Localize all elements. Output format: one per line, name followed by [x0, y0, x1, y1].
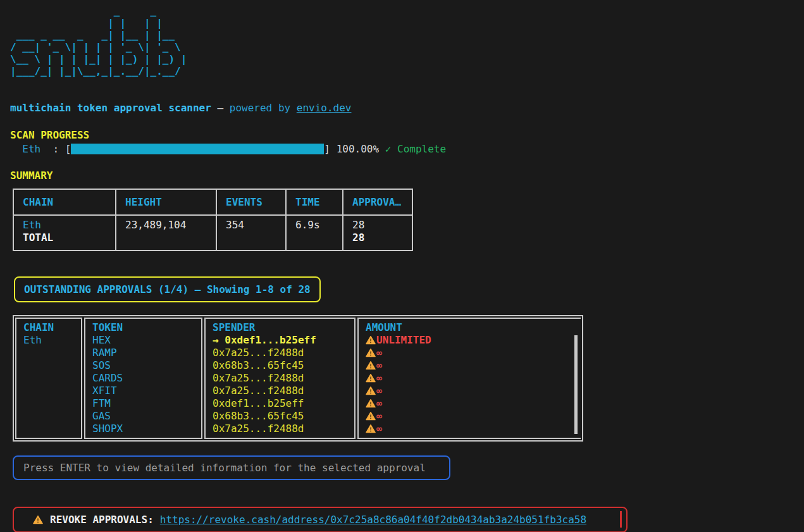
amount-cell[interactable]: ∞: [366, 410, 574, 423]
token-cell[interactable]: GAS: [92, 410, 194, 423]
warning-triangle-icon: [366, 348, 376, 357]
warning-triangle-icon: [366, 399, 376, 408]
tagline: multichain token approval scanner — powe…: [10, 102, 804, 114]
summary-time-value: 6.9s: [295, 219, 333, 232]
amount-cell-selected[interactable]: UNLIMITED: [366, 334, 574, 347]
warning-triangle-icon: [366, 424, 376, 433]
progress-bracket-open: [: [65, 143, 71, 155]
revoke-cash-link[interactable]: https://revoke.cash/address/0x7c25a8c86a…: [160, 514, 586, 526]
column-header-chain: CHAIN: [23, 321, 74, 334]
progress-chain-label: Eth: [22, 143, 40, 155]
token-cell[interactable]: SOS: [92, 359, 194, 372]
token-cell[interactable]: SHOPX: [92, 423, 194, 435]
spender-cell[interactable]: 0x7a25...f2488d: [213, 347, 347, 359]
summary-total-approvals: 28: [352, 232, 403, 244]
amount-cell[interactable]: ∞: [366, 423, 574, 435]
summary-col-events: EVENTS: [216, 189, 286, 215]
summary-total-label: TOTAL: [23, 232, 106, 244]
approvals-column-chain: CHAIN Eth: [15, 318, 82, 439]
amount-cell[interactable]: ∞: [366, 385, 574, 397]
progress-colon: :: [53, 143, 59, 155]
summary-height-value: 23,489,104: [125, 219, 207, 232]
token-cell[interactable]: RAMP: [92, 347, 194, 359]
outstanding-approvals-title: OUTSTANDING APPROVALS (1/4) — Showing 1-…: [14, 276, 321, 302]
column-header-amount: AMOUNT: [366, 321, 574, 334]
summary-events-value: 354: [226, 219, 276, 232]
column-header-token: TOKEN: [92, 321, 194, 334]
progress-bracket-close: ]: [324, 143, 330, 155]
token-cell[interactable]: HEX: [92, 334, 194, 347]
amount-cell[interactable]: ∞: [366, 359, 574, 372]
warning-triangle-icon: [366, 361, 376, 370]
summary-header-row: CHAIN HEIGHT EVENTS TIME APPROVA…: [13, 189, 412, 215]
summary-chain-value: Eth: [23, 219, 106, 232]
progress-status: Complete: [397, 143, 446, 155]
amount-cell[interactable]: ∞: [366, 372, 574, 385]
approvals-column-spender: SPENDER → 0xdef1...b25eff 0x7a25...f2488…: [204, 318, 356, 439]
spender-cell[interactable]: 0x7a25...f2488d: [213, 385, 347, 397]
approvals-column-amount: AMOUNT UNLIMITED ∞ ∞ ∞ ∞ ∞ ∞ ∞: [357, 318, 581, 439]
revoke-bar-cursor: [620, 511, 622, 528]
spender-cell[interactable]: 0xdef1...b25eff: [213, 397, 347, 410]
scan-progress-heading: SCAN PROGRESS: [10, 129, 804, 141]
title-separator: —: [218, 102, 224, 114]
scan-progress-row: Eth : [] 100.00% ✓ Complete: [10, 143, 804, 156]
app-logo-ascii: _ _ | | | | ___ _ __ _ _| |__ | |__ / __…: [10, 5, 804, 77]
summary-col-chain: CHAIN: [13, 189, 116, 215]
revoke-approvals-bar: REVOKE APPROVALS: https://revoke.cash/ad…: [13, 507, 628, 532]
check-icon: ✓: [385, 143, 392, 155]
envio-link[interactable]: envio.dev: [297, 102, 352, 114]
amount-cell[interactable]: ∞: [366, 347, 574, 359]
amount-cell[interactable]: ∞: [366, 397, 574, 410]
token-cell[interactable]: CARDS: [92, 372, 194, 385]
hint-bar: Press ENTER to view detailed information…: [13, 455, 450, 480]
warning-triangle-icon: [33, 515, 43, 524]
warning-triangle-icon: [366, 373, 376, 383]
progress-bar-fill: [71, 144, 324, 154]
token-cell[interactable]: XFIT: [92, 385, 194, 397]
selection-arrow-icon: →: [213, 334, 219, 346]
spender-cell[interactable]: 0x7a25...f2488d: [213, 423, 347, 435]
revoke-approvals-label: REVOKE APPROVALS:: [50, 514, 154, 526]
approvals-column-token: TOKEN HEX RAMP SOS CARDS XFIT FTM GAS SH…: [84, 318, 202, 439]
warning-triangle-icon: [366, 411, 376, 421]
summary-approvals-value: 28: [352, 219, 403, 232]
summary-table: CHAIN HEIGHT EVENTS TIME APPROVA… Eth TO…: [13, 189, 413, 251]
summary-col-approvals: APPROVA…: [343, 189, 412, 215]
approvals-scrollbar[interactable]: [574, 335, 578, 434]
summary-col-time: TIME: [286, 189, 343, 215]
summary-col-height: HEIGHT: [116, 189, 216, 215]
column-header-spender: SPENDER: [213, 321, 347, 334]
progress-percent: 100.00%: [337, 143, 379, 155]
approvals-table: CHAIN Eth TOKEN HEX RAMP SOS CARDS XFIT …: [13, 315, 583, 442]
spender-cell[interactable]: 0x7a25...f2488d: [213, 372, 347, 385]
app-root: _ _ | | | | ___ _ __ _ _| |__ | |__ / __…: [0, 0, 804, 532]
chain-cell: Eth: [23, 334, 74, 347]
summary-heading: SUMMARY: [10, 170, 804, 182]
app-title: multichain token approval scanner: [10, 102, 211, 114]
spender-cell-selected[interactable]: → 0xdef1...b25eff: [213, 334, 347, 347]
powered-by-text: powered by: [230, 102, 290, 114]
spender-cell[interactable]: 0x68b3...65fc45: [213, 359, 347, 372]
summary-data-row: Eth TOTAL 23,489,104 354 6.9s 28 28: [13, 215, 412, 251]
warning-triangle-icon: [366, 335, 376, 345]
token-cell[interactable]: FTM: [92, 397, 194, 410]
warning-triangle-icon: [366, 386, 376, 395]
spender-cell[interactable]: 0x68b3...65fc45: [213, 410, 347, 423]
